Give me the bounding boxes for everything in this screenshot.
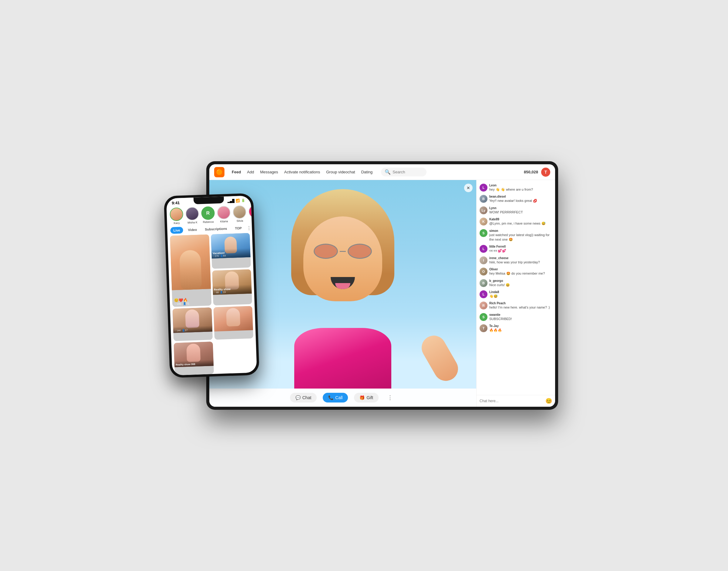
avatar-oliver: O <box>479 268 487 275</box>
gift-icon: 🎁 <box>359 395 365 400</box>
avatar-swantie: S <box>479 313 487 321</box>
nav-links: Feed Add Messages Activate notifications… <box>232 170 372 174</box>
story-silvia[interactable]: Silvia <box>233 205 247 223</box>
msg-richpeach: R Rich Peach hello! I'm new here. what's… <box>479 302 552 310</box>
nav-add[interactable]: Add <box>247 170 254 174</box>
chat-button[interactable]: 💬 Chat <box>290 393 317 403</box>
msgtext-bgeorgo: Nice curls! 😄 <box>489 283 552 287</box>
msgtext-richpeach: hello! I'm new here. what's your name? :… <box>489 305 552 310</box>
card3-viewers: 👤19 <box>220 291 226 294</box>
gift-label: Gift <box>366 395 373 400</box>
story-rebecca[interactable]: R Rebecca <box>201 206 215 224</box>
call-icon: 📞 <box>328 395 333 400</box>
tab-top[interactable]: TOP <box>232 225 245 232</box>
msg-oliver: O Oliver hey Melisa 🤩 do you remember me… <box>479 268 552 276</box>
story-kitana[interactable]: Kitana <box>217 206 231 223</box>
story-avatar-kitana <box>217 206 231 220</box>
gift-button[interactable]: 🎁 Gift <box>354 393 379 403</box>
chat-input[interactable] <box>479 399 544 403</box>
tab-video[interactable]: Video <box>185 226 200 233</box>
avatar-irene: I <box>479 256 487 264</box>
more-icon[interactable]: ⋮ <box>247 225 252 231</box>
username-simon: simon <box>489 229 552 232</box>
battery-icon: 🔋 <box>241 199 245 203</box>
username-bgeorgo: b_georgo <box>489 279 552 282</box>
username-kate: Kate89 <box>489 218 552 221</box>
user-avatar[interactable]: T <box>541 167 550 177</box>
status-icons: ▂▄█ 📶 🔋 <box>227 199 245 203</box>
msg-kate: K Kate89 @Lynn, pm me, i have some news … <box>479 218 552 226</box>
card2-viewers: 👤64 <box>220 254 226 257</box>
story-avatar-rebecca: R <box>201 206 215 220</box>
grid-card-3[interactable]: Reality show ♡68 👤19 <box>212 269 252 306</box>
chat-panel: L Leon hey 👋 👋 where are u from? B bean.… <box>476 180 555 407</box>
msg-leon: L Leon hey 👋 👋 where are u from? <box>479 184 552 192</box>
call-button[interactable]: 📞 Call <box>323 393 348 403</box>
call-label: Call <box>335 395 343 400</box>
avatar-littleferrell: L <box>479 245 487 253</box>
nav-messages[interactable]: Messages <box>260 170 278 174</box>
msg-content-bgeorgo: b_georgo Nice curls! 😄 <box>489 279 552 287</box>
video-controls: 💬 Chat 📞 Call 🎁 Gift ⋮ <box>209 388 476 407</box>
story-avatar-mishak <box>185 207 199 221</box>
msg-content-lynn: Lynn WOW! PERRRRFECT <box>489 206 552 215</box>
search-box[interactable]: 🔍 <box>381 167 427 177</box>
grid-card-2[interactable]: Vacation! ♡270 👤64 <box>211 233 251 269</box>
story-name-silvia: Silvia <box>237 219 243 222</box>
nav-activate[interactable]: Activate notifications <box>284 170 320 174</box>
username-oliver: Oliver <box>489 268 552 271</box>
grid-card-6[interactable]: Reality show 068 <box>174 342 214 375</box>
tablet-screen: 🟠 Feed Add Messages Activate notificatio… <box>209 164 555 407</box>
msg-tejay: T Te-Jay 🔥🔥🔥 <box>479 324 552 333</box>
nav-feed[interactable]: Feed <box>232 170 241 174</box>
chat-input-area: 😊 <box>476 395 555 407</box>
grid-card-1[interactable]: 😊❤️🔥 ♡195 👤71 <box>170 234 211 307</box>
msg-littleferrell: L little Ferrell 👀👀💕💕 <box>479 245 552 253</box>
avatar-richpeach: R <box>479 302 487 310</box>
story-erica[interactable]: E Erica <box>249 205 252 222</box>
scene: 9:41 ▂▄█ 📶 🔋 Kacy <box>152 155 576 416</box>
msg-content-irene: irene_cheese hiiiii, how was your trip y… <box>489 256 552 264</box>
card4-viewers: 👤17 <box>182 329 187 332</box>
username-tejay: Te-Jay <box>489 324 552 328</box>
msgtext-littleferrell: 👀👀💕💕 <box>489 248 552 253</box>
phone-device: 9:41 ▂▄█ 📶 🔋 Kacy <box>164 193 260 378</box>
msg-content-kate: Kate89 @Lynn, pm me, i have some news 😅 <box>489 218 552 226</box>
nav-dating[interactable]: Dating <box>361 170 373 174</box>
username-lynn: Lynn <box>489 206 552 210</box>
story-kacy[interactable]: Kacy <box>170 207 184 225</box>
card2-likes: ♡270 <box>213 255 219 258</box>
card4-likes: ♡144 <box>174 329 181 332</box>
search-input[interactable] <box>392 170 423 174</box>
signal-icon: ▂▄█ <box>227 199 235 203</box>
msg-content-simon: simon just watched your latest vlog)) wa… <box>489 229 552 242</box>
msgtext-tejay: 🔥🔥🔥 <box>489 328 552 333</box>
msgtext-swantie: SUBSCRIBED! <box>489 317 552 321</box>
grid-card-5[interactable] <box>213 306 253 340</box>
stories-row: Kacy Misha K R Rebecca Kitana <box>167 204 252 227</box>
username-richpeach: Rich Peach <box>489 302 552 305</box>
grid-card-4[interactable]: ♡144 👤17 <box>173 307 213 341</box>
username-bean: bean.diesel <box>489 195 552 198</box>
story-mishak[interactable]: Misha K <box>185 207 199 224</box>
story-avatar-kacy <box>170 207 184 221</box>
tablet-device: 🟠 Feed Add Messages Activate notificatio… <box>206 161 558 410</box>
username-leon: Leon <box>489 184 552 187</box>
close-button[interactable]: ✕ <box>464 184 473 192</box>
story-name-mishak: Misha K <box>187 221 197 224</box>
nav-group[interactable]: Group videochat <box>326 170 355 174</box>
chat-icon: 💬 <box>295 395 301 400</box>
msg-irene: I irene_cheese hiiiii, how was your trip… <box>479 256 552 264</box>
msg-content-leon: Leon hey 👋 👋 where are u from? <box>489 184 552 192</box>
story-avatar-silvia <box>233 205 247 219</box>
msg-bgeorgo: B b_georgo Nice curls! 😄 <box>479 279 552 287</box>
tab-live[interactable]: Live <box>170 227 183 234</box>
story-name-kacy: Kacy <box>174 222 180 225</box>
msg-swantie: S swantie SUBSCRIBED! <box>479 313 552 321</box>
more-options-button[interactable]: ⋮ <box>385 392 395 403</box>
msgtext-linda: 👋😅 <box>489 294 552 299</box>
emoji-button[interactable]: 😊 <box>545 397 552 404</box>
msg-content-linda: Linda8 👋😅 <box>489 291 552 299</box>
tab-subscriptions[interactable]: Subscriptions <box>202 225 230 233</box>
search-icon: 🔍 <box>385 169 391 175</box>
